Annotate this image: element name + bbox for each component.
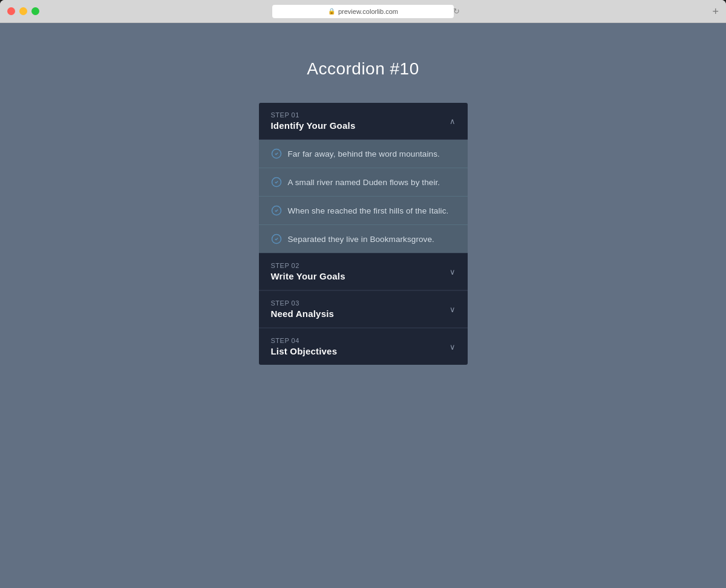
step01-chevron-icon: ∧ xyxy=(450,117,456,126)
step03-title: Need Analysis xyxy=(271,309,335,319)
page-content: Accordion #10 STEP 01 Identify Your Goal… xyxy=(0,23,726,588)
accordion-header-step01[interactable]: STEP 01 Identify Your Goals ∧ xyxy=(259,103,468,140)
accordion-header-text-step02: STEP 02 Write Your Goals xyxy=(271,262,345,281)
browser-window: 🔒 preview.colorlib.com ↻ + Accordion #10… xyxy=(0,0,726,588)
browser-close-button[interactable] xyxy=(7,7,15,15)
new-tab-button[interactable]: + xyxy=(712,6,719,17)
accordion-body-step01: Far far away, behind the word mountains.… xyxy=(259,140,468,253)
check-circle-icon xyxy=(271,148,282,159)
accordion-header-step02[interactable]: STEP 02 Write Your Goals ∨ xyxy=(259,253,468,290)
step02-title: Write Your Goals xyxy=(271,271,345,281)
page-title: Accordion #10 xyxy=(307,59,419,79)
check-circle-icon xyxy=(271,234,282,244)
item-text-2: A small river named Duden flows by their… xyxy=(288,178,440,187)
browser-urlbar[interactable]: 🔒 preview.colorlib.com xyxy=(272,5,454,18)
accordion-header-text-step03: STEP 03 Need Analysis xyxy=(271,299,335,319)
accordion: STEP 01 Identify Your Goals ∧ Far far aw… xyxy=(259,103,468,365)
step01-label: STEP 01 xyxy=(271,111,356,119)
step02-chevron-icon: ∨ xyxy=(450,267,456,276)
accordion-item-step04: STEP 04 List Objectives ∨ xyxy=(259,328,468,365)
accordion-item-step02: STEP 02 Write Your Goals ∨ xyxy=(259,253,468,290)
accordion-item-step01: STEP 01 Identify Your Goals ∧ Far far aw… xyxy=(259,103,468,253)
browser-traffic-lights xyxy=(7,7,39,15)
browser-titlebar: 🔒 preview.colorlib.com ↻ + xyxy=(0,0,726,23)
lock-icon: 🔒 xyxy=(328,8,335,15)
accordion-header-text-step04: STEP 04 List Objectives xyxy=(271,337,338,356)
step04-title: List Objectives xyxy=(271,346,338,356)
list-item: Separated they live in Bookmarksgrove. xyxy=(259,225,468,253)
step01-title: Identify Your Goals xyxy=(271,120,356,131)
browser-maximize-button[interactable] xyxy=(31,7,39,15)
step04-label: STEP 04 xyxy=(271,337,338,344)
accordion-header-step03[interactable]: STEP 03 Need Analysis ∨ xyxy=(259,291,468,328)
step03-label: STEP 03 xyxy=(271,299,335,307)
accordion-header-text-step01: STEP 01 Identify Your Goals xyxy=(271,111,356,131)
step02-label: STEP 02 xyxy=(271,262,345,269)
accordion-item-step03: STEP 03 Need Analysis ∨ xyxy=(259,290,468,328)
item-text-1: Far far away, behind the word mountains. xyxy=(288,149,440,158)
browser-minimize-button[interactable] xyxy=(19,7,27,15)
item-text-4: Separated they live in Bookmarksgrove. xyxy=(288,235,434,244)
list-item: Far far away, behind the word mountains. xyxy=(259,140,468,168)
step03-chevron-icon: ∨ xyxy=(450,305,456,314)
item-text-3: When she reached the first hills of the … xyxy=(288,206,449,215)
step04-chevron-icon: ∨ xyxy=(450,342,456,351)
list-item: A small river named Duden flows by their… xyxy=(259,168,468,197)
refresh-icon[interactable]: ↻ xyxy=(453,7,460,16)
url-text: preview.colorlib.com xyxy=(338,8,398,15)
check-circle-icon xyxy=(271,177,282,188)
list-item: When she reached the first hills of the … xyxy=(259,197,468,225)
check-circle-icon xyxy=(271,205,282,216)
accordion-header-step04[interactable]: STEP 04 List Objectives ∨ xyxy=(259,328,468,365)
